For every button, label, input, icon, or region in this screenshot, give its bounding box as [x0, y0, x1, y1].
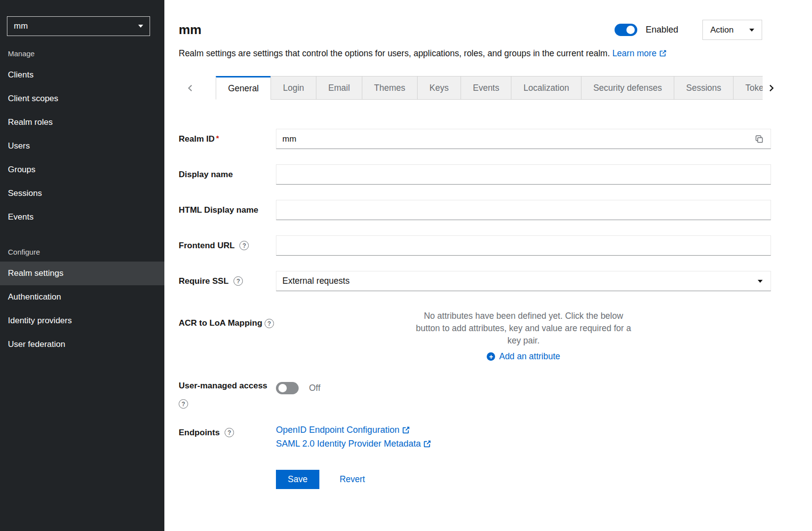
realm-settings-tabs: General Login Email Themes Keys Events L… — [164, 76, 812, 100]
plus-circle-icon: + — [487, 352, 495, 361]
tab-tokens[interactable]: Tokens — [733, 76, 763, 100]
openid-endpoint-configuration-link[interactable]: OpenID Endpoint Configuration — [276, 425, 410, 435]
sidebar-item-identity-providers[interactable]: Identity providers — [0, 309, 164, 333]
tab-localization[interactable]: Localization — [511, 76, 581, 100]
realm-id-label: Realm ID* — [179, 134, 219, 144]
toggle-knob — [278, 384, 287, 392]
sidebar-item-client-scopes[interactable]: Client scopes — [0, 87, 164, 111]
help-icon[interactable]: ? — [239, 241, 249, 250]
realm-id-label-text: Realm ID — [179, 134, 215, 144]
require-ssl-selected-value: External requests — [282, 276, 349, 286]
endpoint-links: OpenID Endpoint Configuration SAML 2.0 I… — [276, 424, 771, 449]
user-managed-access-field: Off — [276, 377, 771, 409]
realm-selector-dropdown[interactable]: mm — [7, 16, 150, 36]
frontend-url-field — [276, 235, 771, 256]
tab-tokens-label: Tokens — [745, 83, 763, 93]
tab-sessions[interactable]: Sessions — [674, 76, 734, 100]
endpoints-label: Endpoints — [179, 428, 220, 438]
require-ssl-select[interactable]: External requests — [276, 271, 771, 291]
realm-id-label-col: Realm ID* — [179, 129, 276, 149]
add-attribute-link[interactable]: + Add an attribute — [487, 351, 560, 362]
tab-themes[interactable]: Themes — [362, 76, 418, 100]
realm-id-input[interactable] — [276, 129, 771, 149]
realm-enabled-toggle[interactable] — [615, 24, 637, 36]
sidebar-item-users[interactable]: Users — [0, 134, 164, 158]
acr-to-loa-label: ACR to LoA Mapping — [179, 318, 262, 328]
sidebar-menu: Manage Clients Client scopes Realm roles… — [0, 49, 164, 356]
learn-more-link[interactable]: Learn more — [612, 48, 667, 58]
nav-section-manage: Manage Clients Client scopes Realm roles… — [0, 49, 164, 229]
tab-keys[interactable]: Keys — [417, 76, 461, 100]
tab-security-defenses-label: Security defenses — [593, 83, 662, 93]
header-controls: Enabled Action — [615, 20, 762, 40]
add-attribute-label: Add an attribute — [499, 351, 560, 362]
required-marker: * — [216, 134, 219, 142]
saml-metadata-link[interactable]: SAML 2.0 Identity Provider Metadata — [276, 439, 431, 449]
tabs-scroll-left-button[interactable] — [164, 76, 216, 100]
header-row: mm Enabled Action — [179, 20, 762, 40]
action-dropdown-button[interactable]: Action — [702, 20, 762, 40]
sidebar-item-realm-settings[interactable]: Realm settings — [0, 262, 164, 285]
frontend-url-input[interactable] — [276, 235, 771, 256]
description-text: Realm settings are settings that control… — [179, 48, 610, 58]
enabled-label: Enabled — [646, 25, 678, 35]
tab-email-label: Email — [328, 83, 350, 93]
display-name-input[interactable] — [276, 164, 771, 185]
configure-nav-list: Realm settings Authentication Identity p… — [0, 262, 164, 356]
tab-localization-label: Localization — [523, 83, 569, 93]
tab-security-defenses[interactable]: Security defenses — [581, 76, 674, 100]
revert-button[interactable]: Revert — [340, 474, 365, 485]
tab-themes-label: Themes — [374, 83, 405, 93]
sidebar-item-groups[interactable]: Groups — [0, 158, 164, 182]
endpoints-field: OpenID Endpoint Configuration SAML 2.0 I… — [276, 424, 771, 449]
form-row-frontend-url: Frontend URL ? — [179, 235, 771, 256]
tab-keys-label: Keys — [429, 83, 449, 93]
copy-button[interactable] — [747, 129, 771, 149]
openid-endpoint-configuration-label: OpenID Endpoint Configuration — [276, 425, 399, 435]
acr-to-loa-label-col: ACR to LoA Mapping ? — [179, 306, 276, 362]
user-managed-access-control: Off — [276, 377, 771, 399]
general-settings-form: Realm ID* Display name — [164, 100, 812, 504]
require-ssl-label: Require SSL — [179, 276, 229, 286]
nav-section-title-configure: Configure — [0, 248, 164, 256]
help-icon[interactable]: ? — [233, 276, 243, 286]
form-row-user-managed-access: User-managed access ? Off — [179, 377, 771, 409]
display-name-label-col: Display name — [179, 164, 276, 185]
endpoints-label-col: Endpoints ? — [179, 424, 276, 449]
html-display-name-input[interactable] — [276, 200, 771, 220]
learn-more-label: Learn more — [612, 48, 657, 58]
tab-events-label: Events — [473, 83, 500, 93]
display-name-label: Display name — [179, 170, 233, 180]
tabs-viewport: General Login Email Themes Keys Events L… — [216, 76, 763, 100]
sidebar-item-clients[interactable]: Clients — [0, 63, 164, 87]
page-header: mm Enabled Action Realm settings are set… — [164, 0, 812, 59]
form-row-acr-to-loa: ACR to LoA Mapping ? No attributes have … — [179, 306, 771, 362]
acr-empty-state-text: No attributes have been defined yet. Cli… — [415, 310, 632, 347]
tab-login-label: Login — [283, 83, 304, 93]
tab-email[interactable]: Email — [316, 76, 362, 100]
external-link-icon — [423, 440, 431, 448]
user-managed-access-label: User-managed access — [179, 381, 268, 390]
save-button[interactable]: Save — [276, 470, 319, 489]
chevron-right-icon — [767, 84, 775, 92]
require-ssl-field: External requests — [276, 271, 771, 291]
page-title: mm — [179, 22, 201, 38]
sidebar-item-realm-roles[interactable]: Realm roles — [0, 111, 164, 134]
user-managed-access-toggle[interactable] — [276, 382, 299, 394]
sidebar-item-sessions[interactable]: Sessions — [0, 182, 164, 205]
help-icon[interactable]: ? — [179, 399, 188, 409]
tabs-scroll-right-button[interactable] — [763, 76, 812, 100]
help-icon[interactable]: ? — [225, 428, 234, 437]
tab-general[interactable]: General — [216, 76, 271, 100]
help-icon[interactable]: ? — [265, 319, 274, 328]
manage-nav-list: Clients Client scopes Realm roles Users … — [0, 63, 164, 229]
sidebar-item-events[interactable]: Events — [0, 205, 164, 229]
sidebar-item-user-federation[interactable]: User federation — [0, 333, 164, 356]
nav-section-configure: Configure Realm settings Authentication … — [0, 248, 164, 356]
acr-to-loa-field: No attributes have been defined yet. Cli… — [276, 306, 771, 362]
sidebar-item-authentication[interactable]: Authentication — [0, 285, 164, 309]
copy-icon — [755, 135, 764, 144]
tab-events[interactable]: Events — [461, 76, 512, 100]
sidebar-nav: mm Manage Clients Client scopes Realm ro… — [0, 0, 164, 531]
tab-login[interactable]: Login — [271, 76, 316, 100]
